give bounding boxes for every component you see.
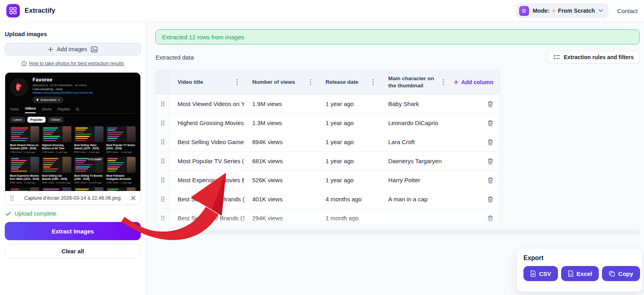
cell-video-title: Best Selling Car Brands (1960 - 2026) <box>178 196 244 202</box>
app-title: Extractify <box>25 7 55 15</box>
channel-video-card: Most Followed Instagram Accounts (2013 -… <box>106 157 136 184</box>
row-drag-handle[interactable] <box>156 190 170 208</box>
channel-video-card: Largest Grocery Chains in the World (196… <box>106 187 136 191</box>
row-drag-handle[interactable] <box>156 133 170 151</box>
video-meta-caption: 526K views · 1 year ago <box>10 181 39 184</box>
cell-release-date: 1 year ago <box>326 100 354 107</box>
contact-link[interactable]: Contact <box>617 8 638 14</box>
table-row: Best Selling TV Brands (1960 - 2026) 294… <box>156 209 500 228</box>
channel-video-card: Most Expensive Movies Ever Made (1915 - … <box>10 157 39 184</box>
sidebar-title: Upload images <box>5 31 141 37</box>
trash-icon <box>487 158 493 164</box>
channel-filter-chips: LatestPopularOldest <box>10 117 136 123</box>
delete-row-button[interactable] <box>487 158 493 164</box>
file-download-icon <box>530 270 536 277</box>
thumbnail-photo <box>31 126 39 142</box>
plus-icon <box>48 47 53 52</box>
thumbnail-photo <box>31 187 39 191</box>
extract-images-button[interactable]: Extract Images <box>5 222 141 240</box>
horizontal-scrollbar[interactable] <box>155 230 640 235</box>
top-bar: Extractify Mode: ✦ From Scratch Contact <box>0 0 644 22</box>
cell-video-title: Highest Grossing Movies of All Time (197… <box>178 120 244 126</box>
row-drag-handle[interactable] <box>156 171 170 189</box>
row-drag-handle[interactable] <box>156 152 170 170</box>
channel-link: linkedin.com/company/93335404 and 5 more… <box>33 91 93 94</box>
column-menu-icon[interactable] <box>310 79 311 85</box>
video-thumbnail: “IT'S OVER” <box>74 157 104 173</box>
channel-video-card: Best-Selling Computer Brands (1970 - 202… <box>74 187 104 191</box>
delete-row-button[interactable] <box>487 120 493 126</box>
delete-row-button[interactable] <box>487 196 493 202</box>
delete-row-button[interactable] <box>487 215 493 222</box>
extracted-data-table: Video title Number of views Release date… <box>155 70 500 229</box>
uploaded-image-preview: Favoree @favoree·ia · 19.2K subscribers … <box>5 73 140 191</box>
spreadsheet-file-icon <box>568 270 573 277</box>
channel-video-card: “IT'S OVER” Best Selling TV Brands (1960… <box>74 157 104 184</box>
column-menu-icon[interactable] <box>443 79 444 85</box>
cell-main-character: Lara Croft <box>388 139 415 145</box>
image-icon <box>91 46 98 52</box>
mode-selector[interactable]: Mode: ✦ From Scratch <box>516 4 608 18</box>
cell-number-of-views: 294K views <box>252 215 283 222</box>
trash-icon <box>487 139 493 145</box>
upload-sidebar: Upload images Add images How to take pho… <box>0 22 146 295</box>
cell-video-title: Best Selling Video Games (1970 - 2025) <box>178 139 244 145</box>
cell-release-date: 1 year ago <box>326 139 354 145</box>
video-thumbnail <box>106 187 136 191</box>
channel-video-grid: Most Viewed Videos on Youtube (2005 - 20… <box>10 126 136 191</box>
channel-video-card: Highest Grossing Movies of All Time (197… <box>42 126 71 153</box>
channel-nav-home: Home <box>10 107 19 113</box>
uploaded-file-chip: Capture d’écran 2026-03-14 à 22.46.06.pn… <box>5 191 140 204</box>
row-drag-handle[interactable] <box>156 209 170 228</box>
cell-video-title: Most Viewed Videos on Youtube (2005 - 20… <box>178 100 244 107</box>
photo-tips-link[interactable]: How to take photos for best extraction r… <box>29 61 124 66</box>
add-column-label: Add column <box>461 79 493 85</box>
plus-icon <box>454 80 458 85</box>
thumbnail-overlay-text: “IT'S OVER” <box>87 158 102 161</box>
cell-number-of-views: 681K views <box>252 158 283 164</box>
thumbnail-photo <box>63 126 71 142</box>
delete-row-button[interactable] <box>487 139 493 145</box>
column-menu-icon[interactable] <box>236 79 238 85</box>
trash-icon <box>487 177 493 183</box>
drag-dots-icon <box>161 120 165 125</box>
export-excel-button[interactable]: Excel <box>561 266 599 281</box>
video-thumbnail <box>42 126 71 142</box>
row-drag-handle[interactable] <box>156 114 170 132</box>
channel-video-card: Biggest Fast Food Chains in the World (1… <box>10 187 39 191</box>
sparkle-icon: ✦ <box>552 8 556 13</box>
row-drag-handle[interactable] <box>156 94 170 113</box>
subscribed-button: Subscribed ∨ <box>33 96 63 103</box>
uploaded-image-card: Favoree @favoree·ia · 19.2K subscribers … <box>5 72 141 205</box>
add-images-button[interactable]: Add images <box>5 43 141 56</box>
column-header-video-title: Video title <box>178 79 203 86</box>
cell-main-character: Daenerys Targaryen <box>388 158 442 164</box>
video-title-caption: Best Selling Car Brands (1960 - 2026) <box>42 174 71 181</box>
export-copy-button[interactable]: Copy <box>602 266 640 281</box>
export-csv-button[interactable]: CSV <box>523 266 558 281</box>
success-banner: Extracted 12 rows from images <box>155 29 640 44</box>
trash-icon <box>487 120 493 126</box>
filter-chip-oldest: Oldest <box>48 117 63 123</box>
extraction-rules-button[interactable]: Extraction rules and filters <box>548 51 640 64</box>
table-row: Highest Grossing Movies of All Time (197… <box>156 114 500 133</box>
video-thumbnail <box>42 187 71 191</box>
cell-video-title: Best Selling TV Brands (1960 - 2026) <box>178 215 244 222</box>
column-menu-icon[interactable] <box>372 79 374 85</box>
close-icon <box>131 196 136 201</box>
column-header-views: Number of views <box>252 79 295 86</box>
main-content: Extracted 12 rows from images Extracted … <box>146 22 644 295</box>
drag-handle-icon[interactable] <box>10 195 14 201</box>
video-meta-caption: 294K views · 1 month ago <box>74 181 104 184</box>
cell-release-date: 1 year ago <box>326 120 354 126</box>
delete-row-button[interactable] <box>487 177 493 183</box>
add-column-button[interactable]: Add column <box>454 79 493 85</box>
trash-icon <box>487 101 493 107</box>
table-header-row: Video title Number of views Release date… <box>156 70 500 94</box>
delete-row-button[interactable] <box>487 101 493 107</box>
channel-meta: @favoree·ia · 19.2K subscribers · 44 vid… <box>33 84 93 87</box>
remove-file-button[interactable] <box>131 196 136 201</box>
clear-all-button[interactable]: Clear all <box>5 244 141 259</box>
cell-main-character: Harry Potter <box>388 177 420 183</box>
channel-video-card: Best-Selling Game Consoles (1979 - 2025)… <box>42 187 71 191</box>
